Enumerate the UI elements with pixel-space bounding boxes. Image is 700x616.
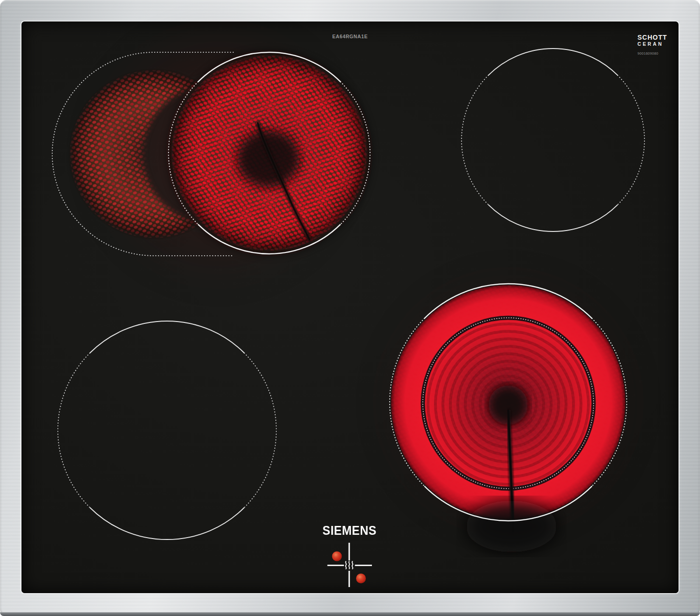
model-number-label: EA64RGNA1E bbox=[303, 34, 397, 39]
residual-heat-icon bbox=[345, 561, 353, 569]
zone-front-right-dual-circuit bbox=[354, 248, 662, 556]
ceran-logo-text: CERAN bbox=[637, 42, 675, 47]
zone-rear-left-dual bbox=[52, 0, 381, 308]
residual-heat-led-left bbox=[332, 552, 342, 561]
schott-logo-text: SCHOTT bbox=[637, 34, 675, 41]
zone-front-left bbox=[58, 321, 276, 539]
residual-heat-indicator bbox=[328, 543, 372, 587]
front-right-connector-shadow bbox=[466, 501, 557, 552]
residual-heat-led-right bbox=[356, 574, 366, 583]
zone-rear-right bbox=[462, 49, 644, 231]
glass-code-label: 9001609080 bbox=[637, 52, 675, 56]
rear-left-sensor-shadow bbox=[238, 131, 299, 187]
siemens-logo: SIEMENS bbox=[280, 523, 420, 538]
schott-ceran-logo: SCHOTT CERAN 9001609080 bbox=[637, 34, 675, 55]
